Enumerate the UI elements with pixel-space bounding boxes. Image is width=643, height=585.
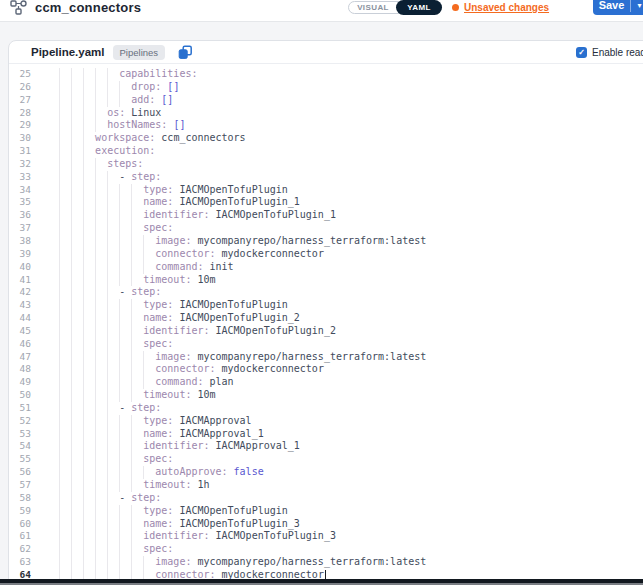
code-content: image: mycompanyrepo/harness_terraform:l… [59,556,426,569]
code-line[interactable]: 29hostNames: [] [9,119,643,132]
line-number: 53 [9,428,31,441]
code-line[interactable]: 53name: IACMApproval_1 [9,428,643,441]
unsaved-changes-label: Unsaved changes [464,2,549,13]
code-line[interactable]: 47image: mycompanyrepo/harness_terraform… [9,351,643,364]
enable-readonly-checkbox[interactable]: ✓ [576,47,587,58]
code-line[interactable]: 51- step: [9,402,643,415]
code-line[interactable]: 28os: Linux [9,107,643,120]
code-token: image: [155,235,191,248]
code-line[interactable]: 27add: [] [9,94,643,107]
code-content: type: IACMApproval [59,415,252,428]
indent-guides [59,428,143,441]
code-line[interactable]: 60name: IACMOpenTofuPlugin_3 [9,518,643,531]
code-content: - step: [59,492,161,505]
code-content: image: mycompanyrepo/harness_terraform:l… [59,351,426,364]
indent-guides [59,145,95,158]
code-line[interactable]: 31execution: [9,145,643,158]
code-line[interactable]: 35name: IACMOpenTofuPlugin_1 [9,196,643,209]
code-line[interactable]: 46spec: [9,338,643,351]
code-line[interactable]: 41timeout: 10m [9,274,643,287]
code-line[interactable]: 42- step: [9,286,643,299]
code-content: identifier: IACMOpenTofuPlugin_3 [59,530,336,543]
code-editor[interactable]: 25capabilities:26drop: []27add: []28os: … [9,65,643,579]
line-number: 25 [9,68,31,81]
code-token: 10m [191,274,215,287]
code-line[interactable]: 63image: mycompanyrepo/harness_terraform… [9,556,643,569]
code-line[interactable]: 25capabilities: [9,68,643,81]
code-line[interactable]: 34type: IACMOpenTofuPlugin [9,184,643,197]
chevron-down-icon[interactable]: ▾ [631,0,643,15]
tab-pipeline-yaml[interactable]: Pipeline.yaml [31,46,105,58]
code-content: - step: [59,171,161,184]
indent-guides [59,351,155,364]
code-token: step: [131,402,161,415]
code-line[interactable]: 62spec: [9,543,643,556]
unsaved-changes-link[interactable]: Unsaved changes [452,1,549,13]
code-token: IACMOpenTofuPlugin_1 [173,196,299,209]
code-line[interactable]: 40command: init [9,261,643,274]
code-content: image: mycompanyrepo/harness_terraform:l… [59,235,426,248]
code-token: mydockerconnector [216,248,324,261]
toggle-yaml[interactable]: YAML [396,0,442,15]
code-line[interactable]: 44name: IACMOpenTofuPlugin_2 [9,312,643,325]
code-line[interactable]: 45identifier: IACMOpenTofuPlugin_2 [9,325,643,338]
indent-guides [59,248,155,261]
code-content: command: init [59,261,234,274]
code-line[interactable]: 61identifier: IACMOpenTofuPlugin_3 [9,530,643,543]
code-line[interactable]: 48connector: mydockerconnector [9,363,643,376]
code-line[interactable]: 37spec: [9,222,643,235]
code-content: - step: [59,286,161,299]
indent-guides [59,402,119,415]
code-token: identifier: [143,209,209,222]
code-line[interactable]: 59type: IACMOpenTofuPlugin [9,505,643,518]
code-line[interactable]: 57timeout: 1h [9,479,643,492]
code-line[interactable]: 54identifier: IACMApproval_1 [9,440,643,453]
code-line[interactable]: 39connector: mydockerconnector [9,248,643,261]
code-content: type: IACMOpenTofuPlugin [59,505,288,518]
line-number: 41 [9,274,31,287]
code-content: identifier: IACMApproval_1 [59,440,300,453]
indent-guides [59,81,131,94]
indent-guides [59,119,107,132]
code-line[interactable]: 56autoApprove: false [9,466,643,479]
code-line[interactable]: 55spec: [9,453,643,466]
code-line[interactable]: 36identifier: IACMOpenTofuPlugin_1 [9,209,643,222]
code-token: plan [203,376,233,389]
indent-guides [59,261,155,274]
code-line[interactable]: 52type: IACMApproval [9,415,643,428]
code-line[interactable]: 32steps: [9,158,643,171]
code-line[interactable]: 64connector: mydockerconnector [9,569,643,579]
yaml-editor-panel: Pipeline.yaml Pipelines ✓ Enable read/ 2… [8,40,643,585]
save-split-button[interactable]: Save ▾ [593,0,643,15]
code-line[interactable]: 26drop: [] [9,81,643,94]
indent-guides [59,158,107,171]
code-line[interactable]: 50timeout: 10m [9,389,643,402]
line-number: 63 [9,556,31,569]
code-line[interactable]: 43type: IACMOpenTofuPlugin [9,299,643,312]
indent-guides [59,325,143,338]
toggle-visual[interactable]: VISUAL [349,2,397,13]
code-token: name: [143,312,173,325]
indent-guides [59,222,143,235]
code-line[interactable]: 33- step: [9,171,643,184]
indent-guides [59,569,155,579]
code-token: IACMApproval_1 [173,428,263,441]
page-title: ccm_connectors [35,0,141,15]
code-token: mycompanyrepo/harness_terraform:latest [191,235,426,248]
code-line[interactable]: 30workspace: ccm_connectors [9,132,643,145]
copy-icon[interactable] [178,45,193,60]
indent-guides [59,338,143,351]
line-number: 39 [9,248,31,261]
code-line[interactable]: 38image: mycompanyrepo/harness_terraform… [9,235,643,248]
code-content: spec: [59,222,173,235]
code-content: autoApprove: false [59,466,264,479]
indent-guides [59,440,143,453]
code-line[interactable]: 49command: plan [9,376,643,389]
code-token: IACMOpenTofuPlugin [173,184,287,197]
code-token: execution: [95,145,155,158]
code-line[interactable]: 58- step: [9,492,643,505]
visual-yaml-toggle[interactable]: VISUAL YAML [348,1,442,14]
line-number: 52 [9,415,31,428]
save-button[interactable]: Save [593,0,630,15]
code-token: name: [143,196,173,209]
